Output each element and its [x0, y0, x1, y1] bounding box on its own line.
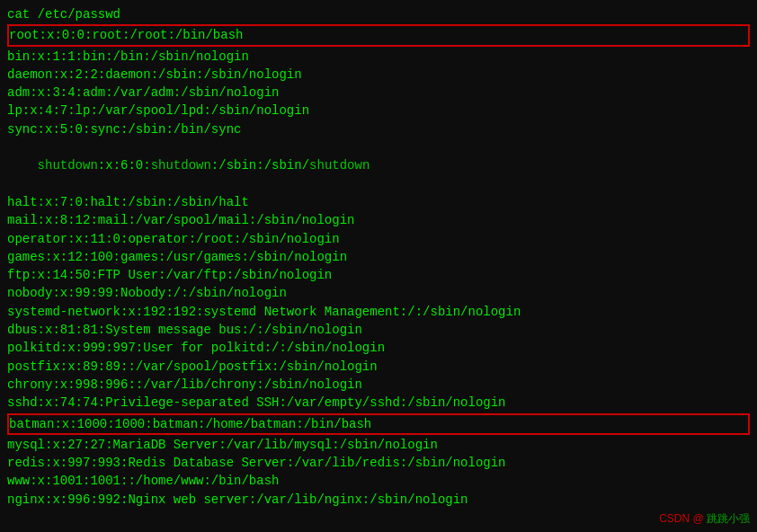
passwd-line-nobody: nobody:x:99:99:Nobody:/:/sbin/nologin — [7, 284, 750, 302]
passwd-line-operator: operator:x:11:0:operator:/root:/sbin/nol… — [7, 230, 750, 248]
shutdown-rest: :x:6:0: — [98, 158, 151, 173]
passwd-line-shutdown: shutdown:x:6:0:shutdown:/sbin:/sbin/shut… — [7, 138, 750, 193]
passwd-line-nginx: nginx:x:996:992:Nginx web server:/var/li… — [7, 491, 750, 509]
passwd-line-sync: sync:x:5:0:sync:/sbin:/bin/sync — [7, 120, 750, 138]
passwd-line-systemd-network: systemd-network:x:192:192:systemd Networ… — [7, 303, 750, 321]
command-line: cat /etc/passwd — [7, 5, 750, 23]
passwd-line-root: root:x:0:0:root:/root:/bin/bash — [9, 26, 748, 44]
passwd-line-redis: redis:x:997:993:Redis Database Server:/v… — [7, 454, 750, 472]
passwd-line-adm: adm:x:3:4:adm:/var/adm:/sbin/nologin — [7, 84, 750, 102]
shutdown-text: shutdown — [38, 158, 98, 173]
passwd-line-lp: lp:x:4:7:lp:/var/spool/lpd:/sbin/nologin — [7, 102, 750, 120]
passwd-line-daemon: daemon:x:2:2:daemon:/sbin:/sbin/nologin — [7, 66, 750, 84]
passwd-line-mail: mail:x:8:12:mail:/var/spool/mail:/sbin/n… — [7, 211, 750, 229]
passwd-line-ftp: ftp:x:14:50:FTP User:/var/ftp:/sbin/nolo… — [7, 266, 750, 284]
passwd-line-dbus: dbus:x:81:81:System message bus:/:/sbin/… — [7, 321, 750, 339]
shutdown-cmd: shutdown — [309, 158, 370, 173]
passwd-line-halt: halt:x:7:0:halt:/sbin:/sbin/halt — [7, 193, 750, 211]
watermark-suffix: 跳跳小强 — [707, 512, 750, 525]
passwd-line-batman: batman:x:1000:1000:batman:/home/batman:/… — [9, 415, 748, 433]
passwd-line-bin: bin:x:1:1:bin:/bin:/sbin/nologin — [7, 48, 750, 66]
passwd-line-polkitd: polkitd:x:999:997:User for polkitd:/:/sb… — [7, 339, 750, 357]
passwd-line-sshd: sshd:x:74:74:Privilege-separated SSH:/va… — [7, 394, 750, 412]
watermark-prefix: CSDN @ — [659, 512, 704, 525]
watermark: CSDN @ 跳跳小强 — [659, 511, 750, 527]
passwd-line-games: games:x:12:100:games:/usr/games:/sbin/no… — [7, 248, 750, 266]
passwd-line-mysql: mysql:x:27:27:MariaDB Server:/var/lib/my… — [7, 436, 750, 454]
passwd-line-www: www:x:1001:1001::/home/www:/bin/bash — [7, 472, 750, 490]
terminal-window: cat /etc/passwd root:x:0:0:root:/root:/b… — [0, 0, 757, 532]
shutdown-path: :/sbin:/sbin/ — [211, 158, 309, 173]
passwd-line-postfix: postfix:x:89:89::/var/spool/postfix:/sbi… — [7, 358, 750, 376]
shutdown-label: shutdown — [151, 158, 211, 173]
passwd-line-chrony: chrony:x:998:996::/var/lib/chrony:/sbin/… — [7, 376, 750, 394]
